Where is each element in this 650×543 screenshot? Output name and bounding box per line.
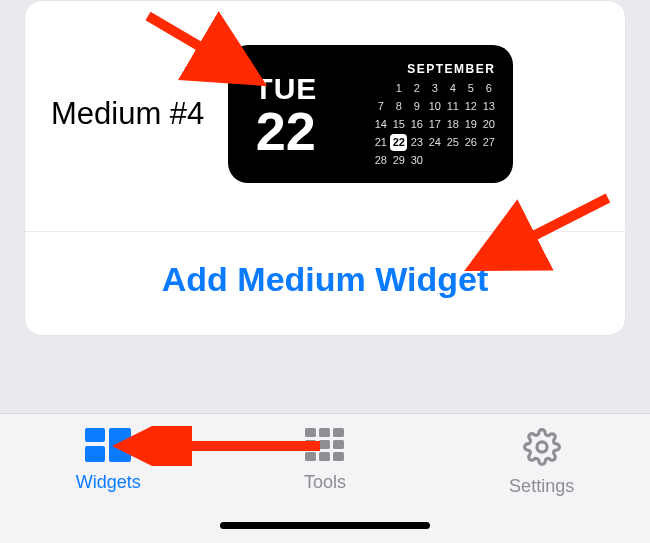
calendar-day: 29 bbox=[390, 152, 407, 169]
calendar-day: 21 bbox=[372, 134, 389, 151]
calendar-day: 25 bbox=[444, 134, 461, 151]
calendar-day: 18 bbox=[444, 116, 461, 133]
calendar-day: 8 bbox=[390, 98, 407, 115]
calendar-day: 30 bbox=[408, 152, 425, 169]
calendar-day: 14 bbox=[372, 116, 389, 133]
svg-rect-3 bbox=[305, 428, 316, 437]
calendar-day: 2 bbox=[408, 80, 425, 97]
preview-calendar-grid: .123456789101112131415161718192021222324… bbox=[372, 80, 497, 169]
calendar-day-today: 22 bbox=[390, 134, 407, 151]
calendar-day: 17 bbox=[426, 116, 443, 133]
calendar-day: 15 bbox=[390, 116, 407, 133]
widget-preview-calendar: SEPTEMBER .12345678910111213141516171819… bbox=[367, 57, 497, 173]
calendar-day: 20 bbox=[480, 116, 497, 133]
tab-settings[interactable]: Settings bbox=[457, 428, 627, 497]
calendar-day: 9 bbox=[408, 98, 425, 115]
svg-rect-10 bbox=[319, 452, 330, 461]
calendar-day: 6 bbox=[480, 80, 497, 97]
svg-point-12 bbox=[537, 442, 547, 452]
preview-day-number: 22 bbox=[256, 104, 316, 158]
tab-widgets-label: Widgets bbox=[76, 472, 141, 493]
calendar-day: 3 bbox=[426, 80, 443, 97]
tab-widgets[interactable]: Widgets bbox=[23, 428, 193, 493]
calendar-day: 13 bbox=[480, 98, 497, 115]
preview-month: SEPTEMBER bbox=[407, 62, 495, 76]
home-indicator[interactable] bbox=[220, 522, 430, 529]
svg-rect-5 bbox=[333, 428, 344, 437]
content-card: Medium #4 TUE 22 SEPTEMBER .123456789101… bbox=[24, 0, 626, 336]
svg-rect-0 bbox=[85, 428, 105, 442]
svg-rect-2 bbox=[85, 446, 105, 462]
tab-tools-label: Tools bbox=[304, 472, 346, 493]
calendar-day: 7 bbox=[372, 98, 389, 115]
calendar-day: 26 bbox=[462, 134, 479, 151]
svg-rect-6 bbox=[305, 440, 316, 449]
calendar-day: 19 bbox=[462, 116, 479, 133]
calendar-day: 1 bbox=[390, 80, 407, 97]
calendar-day: 23 bbox=[408, 134, 425, 151]
calendar-day: 11 bbox=[444, 98, 461, 115]
widget-name-label: Medium #4 bbox=[51, 96, 204, 132]
calendar-day: 5 bbox=[462, 80, 479, 97]
calendar-blank-cell: . bbox=[372, 80, 389, 97]
svg-rect-4 bbox=[319, 428, 330, 437]
add-medium-widget-button[interactable]: Add Medium Widget bbox=[25, 232, 625, 335]
calendar-day: 10 bbox=[426, 98, 443, 115]
gear-icon bbox=[523, 428, 561, 470]
widget-preview-date: TUE 22 bbox=[254, 57, 317, 173]
calendar-day: 24 bbox=[426, 134, 443, 151]
calendar-day: 16 bbox=[408, 116, 425, 133]
calendar-day: 28 bbox=[372, 152, 389, 169]
widgets-icon bbox=[85, 428, 131, 466]
tab-tools[interactable]: Tools bbox=[240, 428, 410, 493]
tab-settings-label: Settings bbox=[509, 476, 574, 497]
svg-rect-8 bbox=[333, 440, 344, 449]
calendar-day: 12 bbox=[462, 98, 479, 115]
widget-row[interactable]: Medium #4 TUE 22 SEPTEMBER .123456789101… bbox=[25, 1, 625, 231]
svg-rect-11 bbox=[333, 452, 344, 461]
calendar-day: 4 bbox=[444, 80, 461, 97]
svg-rect-7 bbox=[319, 440, 330, 449]
widget-preview: TUE 22 SEPTEMBER .1234567891011121314151… bbox=[228, 45, 513, 183]
grid-icon bbox=[305, 428, 345, 466]
svg-rect-1 bbox=[109, 428, 131, 462]
calendar-day: 27 bbox=[480, 134, 497, 151]
svg-rect-9 bbox=[305, 452, 316, 461]
